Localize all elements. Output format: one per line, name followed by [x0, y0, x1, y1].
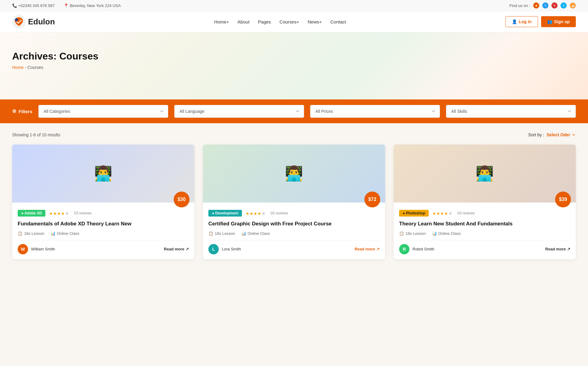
card-meta: 📋 18x Lesson 📊 Online Class: [18, 231, 189, 236]
social-icon-vimeo[interactable]: V: [551, 2, 558, 9]
card-footer: L Lora Smith Read more ↗: [208, 244, 380, 254]
chart-icon: 📊: [51, 231, 55, 236]
tag-row: ● Photoshop ★★★★★ 03 reviews: [399, 210, 570, 217]
price-badge: $72: [364, 192, 380, 207]
class-type-meta: 📊 Online Class: [432, 231, 461, 236]
filter-prices[interactable]: All Prices: [310, 105, 440, 118]
signup-icon: 👥: [547, 19, 552, 24]
filter-skills[interactable]: All Skills: [446, 105, 576, 118]
course-card: 👨‍💻 $72 ● Development ★★★★★ 03 reviews C…: [203, 145, 385, 259]
read-more-link[interactable]: Read more ↗: [164, 247, 189, 251]
nav-home[interactable]: Home+: [214, 19, 229, 24]
sort-select[interactable]: Select Oder: [547, 132, 576, 137]
class-type-meta: 📊 Online Class: [241, 231, 270, 236]
nav-pages[interactable]: Pages: [258, 19, 271, 24]
filter-icon: ⚙: [12, 109, 16, 114]
card-image: 👨‍💻: [203, 145, 385, 203]
card-image: 👨‍💻: [12, 145, 194, 203]
social-icon-skype[interactable]: S: [561, 2, 567, 9]
breadcrumb: Home - Courses: [12, 65, 576, 70]
tag-row: ● Development ★★★★★ 03 reviews: [208, 210, 380, 217]
nav-buttons: 👤 Log in 👥 Sign up: [505, 16, 576, 27]
logo-icon: [12, 15, 26, 28]
card-body: ● Photoshop ★★★★★ 03 reviews Theory Lear…: [394, 203, 576, 259]
lesson-icon: 📋: [208, 231, 213, 236]
course-title: Fundamentals of Adobe XD Theory Learn Ne…: [18, 220, 189, 228]
nav-news[interactable]: News+: [308, 19, 322, 24]
signup-button[interactable]: 👥 Sign up: [541, 16, 576, 27]
lessons-meta: 📋 18x Lesson: [18, 231, 44, 236]
page-title: Archives: Courses: [12, 51, 576, 62]
lessons-count: 18x Lesson: [406, 231, 426, 236]
external-link-icon: ↗: [567, 247, 570, 251]
class-type: Online Class: [248, 231, 270, 236]
price-badge: $30: [174, 192, 190, 207]
lessons-count: 18x Lesson: [215, 231, 235, 236]
card-divider: [208, 240, 380, 240]
social-icon-rss[interactable]: ☁: [570, 2, 576, 9]
course-stars: ★★★★★: [246, 210, 266, 216]
avatar: R: [399, 244, 409, 254]
course-title: Theory Learn New Student And Fundamental…: [399, 220, 570, 228]
breadcrumb-sep: -: [25, 65, 27, 70]
topbar-phone: 📞 +02345 345 676 587: [12, 3, 55, 8]
course-title: Certified Graphic Design with Free Proje…: [208, 220, 380, 228]
external-link-icon: ↗: [186, 247, 189, 251]
results-count: Showing 1-6 of 10 results: [12, 132, 60, 137]
nav-courses[interactable]: Courses+: [279, 19, 299, 24]
card-image-wrap: 👨‍💻 $39: [394, 145, 576, 203]
breadcrumb-current: Courses: [27, 65, 43, 70]
read-more-link[interactable]: Read more ↗: [355, 247, 380, 251]
topbar: 📞 +02345 345 676 587 📍 Beverley, New Yor…: [0, 0, 588, 11]
lesson-icon: 📋: [18, 231, 23, 236]
course-stars: ★★★★★: [49, 210, 69, 216]
filter-label: ⚙ Filters: [12, 109, 32, 114]
instructor-name: Robot Smith: [413, 247, 542, 251]
results-bar: Showing 1-6 of 10 results Sort by : Sele…: [12, 132, 576, 137]
instructor-name: Lora Smith: [222, 247, 352, 251]
sort-bar: Sort by : Select Oder: [528, 132, 576, 137]
course-card: 👨‍💻 $30 ● Adobe XD ★★★★★ 03 reviews Fund…: [12, 145, 194, 259]
sort-label: Sort by :: [528, 132, 544, 137]
topbar-findus: Find us on :: [509, 3, 530, 8]
instructor-name: William Smith: [31, 247, 161, 251]
card-meta: 📋 18x Lesson 📊 Online Class: [208, 231, 380, 236]
card-divider: [399, 240, 570, 240]
login-icon: 👤: [512, 19, 517, 24]
card-divider: [18, 240, 189, 240]
nav-about[interactable]: About: [238, 19, 250, 24]
nav-contact[interactable]: Contact: [330, 19, 346, 24]
main-content: Showing 1-6 of 10 results Sort by : Sele…: [0, 123, 588, 278]
svg-point-1: [15, 18, 18, 21]
course-reviews: 03 reviews: [457, 211, 475, 215]
card-body: ● Adobe XD ★★★★★ 03 reviews Fundamentals…: [12, 203, 194, 259]
read-more-link[interactable]: Read more ↗: [545, 247, 570, 251]
hero-section: Archives: Courses Home - Courses: [0, 32, 588, 99]
social-icon-firefox[interactable]: ●: [533, 2, 539, 9]
course-reviews: 03 reviews: [271, 211, 288, 215]
course-tag: ● Photoshop: [399, 210, 429, 217]
navbar: Edulon Home+ About Pages Courses+ News+ …: [0, 11, 588, 32]
lessons-meta: 📋 18x Lesson: [399, 231, 426, 236]
login-button[interactable]: 👤 Log in: [505, 16, 538, 27]
social-icon-twitter[interactable]: 𝕏: [542, 2, 548, 9]
logo-text: Edulon: [28, 17, 55, 27]
logo[interactable]: Edulon: [12, 15, 55, 28]
lesson-icon: 📋: [399, 231, 404, 236]
tag-row: ● Adobe XD ★★★★★ 03 reviews: [18, 210, 189, 217]
filter-bar: ⚙ Filters All Categories All Language Al…: [0, 99, 588, 123]
card-footer: R Robot Smith Read more ↗: [399, 244, 570, 254]
external-link-icon: ↗: [376, 247, 380, 251]
filter-categories[interactable]: All Categories: [38, 105, 168, 118]
avatar: L: [208, 244, 219, 254]
topbar-address: 📍 Beverley, New York 224 USA: [64, 3, 121, 8]
course-stars: ★★★★★: [432, 210, 452, 216]
filter-language[interactable]: All Language: [174, 105, 304, 118]
lessons-meta: 📋 18x Lesson: [208, 231, 235, 236]
breadcrumb-home[interactable]: Home: [12, 65, 23, 70]
class-type: Online Class: [438, 231, 461, 236]
avatar: W: [18, 244, 28, 254]
card-image: 👨‍💻: [394, 145, 576, 203]
card-body: ● Development ★★★★★ 03 reviews Certified…: [203, 203, 385, 259]
price-badge: $39: [555, 192, 571, 207]
